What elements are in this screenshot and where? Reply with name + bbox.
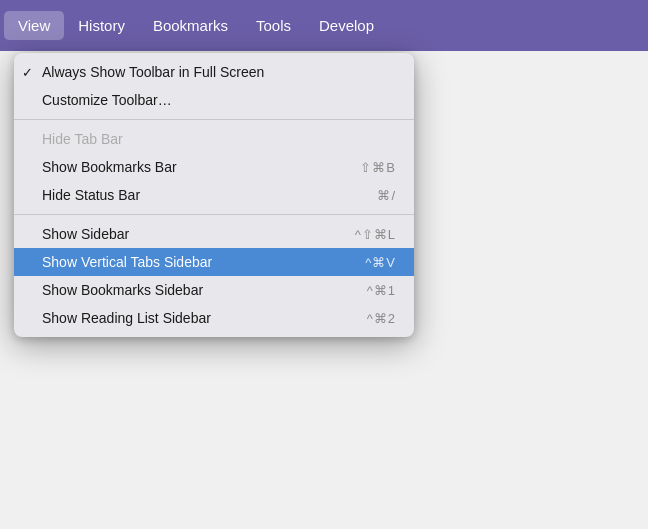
menu-label-always-show: Always Show Toolbar in Full Screen bbox=[42, 64, 396, 80]
menu-item-develop[interactable]: Develop bbox=[305, 11, 388, 40]
shortcut-hide-status-bar: ⌘/ bbox=[377, 188, 396, 203]
shortcut-show-bookmarks-sidebar: ^⌘1 bbox=[367, 283, 396, 298]
menu-section-2: Hide Tab Bar Show Bookmarks Bar ⇧⌘B Hide… bbox=[14, 119, 414, 214]
menu-row-hide-tab-bar[interactable]: Hide Tab Bar bbox=[14, 125, 414, 153]
menu-label-show-vertical-tabs: Show Vertical Tabs Sidebar bbox=[42, 254, 365, 270]
menu-row-always-show-toolbar[interactable]: ✓ Always Show Toolbar in Full Screen bbox=[14, 58, 414, 86]
menu-label-show-bookmarks-bar: Show Bookmarks Bar bbox=[42, 159, 360, 175]
menu-row-customize-toolbar[interactable]: Customize Toolbar… bbox=[14, 86, 414, 114]
menu-item-tools[interactable]: Tools bbox=[242, 11, 305, 40]
menu-label-show-sidebar: Show Sidebar bbox=[42, 226, 355, 242]
menu-label-hide-status-bar: Hide Status Bar bbox=[42, 187, 377, 203]
menu-item-view[interactable]: View bbox=[4, 11, 64, 40]
shortcut-show-sidebar: ^⇧⌘L bbox=[355, 227, 396, 242]
menu-bar: View History Bookmarks Tools Develop bbox=[0, 0, 648, 51]
menu-item-history[interactable]: History bbox=[64, 11, 139, 40]
menu-section-1: ✓ Always Show Toolbar in Full Screen Cus… bbox=[14, 53, 414, 119]
shortcut-show-reading-list: ^⌘2 bbox=[367, 311, 396, 326]
menu-row-show-bookmarks-sidebar[interactable]: Show Bookmarks Sidebar ^⌘1 bbox=[14, 276, 414, 304]
menu-row-show-reading-list[interactable]: Show Reading List Sidebar ^⌘2 bbox=[14, 304, 414, 332]
shortcut-show-bookmarks-bar: ⇧⌘B bbox=[360, 160, 396, 175]
menu-label-customize: Customize Toolbar… bbox=[42, 92, 396, 108]
menu-label-show-reading-list: Show Reading List Sidebar bbox=[42, 310, 367, 326]
menu-item-bookmarks[interactable]: Bookmarks bbox=[139, 11, 242, 40]
menu-row-hide-status-bar[interactable]: Hide Status Bar ⌘/ bbox=[14, 181, 414, 209]
dropdown-menu: ✓ Always Show Toolbar in Full Screen Cus… bbox=[14, 53, 414, 337]
shortcut-show-vertical-tabs: ^⌘V bbox=[365, 255, 396, 270]
menu-section-3: Show Sidebar ^⇧⌘L Show Vertical Tabs Sid… bbox=[14, 214, 414, 337]
menu-row-show-vertical-tabs[interactable]: Show Vertical Tabs Sidebar ^⌘V bbox=[14, 248, 414, 276]
checkmark-icon: ✓ bbox=[22, 65, 33, 80]
menu-label-show-bookmarks-sidebar: Show Bookmarks Sidebar bbox=[42, 282, 367, 298]
menu-row-show-sidebar[interactable]: Show Sidebar ^⇧⌘L bbox=[14, 220, 414, 248]
menu-row-show-bookmarks-bar[interactable]: Show Bookmarks Bar ⇧⌘B bbox=[14, 153, 414, 181]
menu-label-hide-tab-bar: Hide Tab Bar bbox=[42, 131, 396, 147]
